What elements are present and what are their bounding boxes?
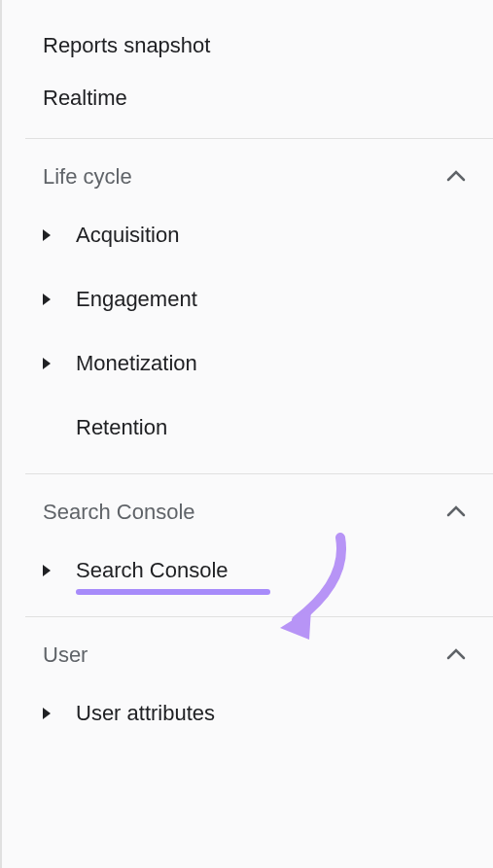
section-header-search-console[interactable]: Search Console <box>2 474 493 538</box>
sidebar-item-monetization[interactable]: Monetization <box>2 331 493 396</box>
triangle-right-icon <box>43 229 51 241</box>
triangle-right-icon <box>43 294 51 305</box>
sidebar-item-user-attributes[interactable]: User attributes <box>2 681 493 746</box>
chevron-up-icon <box>446 646 466 664</box>
sidebar-item-engagement[interactable]: Engagement <box>2 267 493 331</box>
triangle-right-icon <box>43 358 51 369</box>
section-title-search-console: Search Console <box>43 500 195 525</box>
search-console-child-label: Search Console <box>76 558 229 583</box>
reports-snapshot-label: Reports snapshot <box>43 33 210 57</box>
chevron-up-icon <box>446 503 466 521</box>
triangle-right-icon <box>43 708 51 719</box>
sidebar-item-reports-snapshot[interactable]: Reports snapshot <box>2 19 493 72</box>
sidebar-item-retention[interactable]: Retention <box>2 396 493 460</box>
triangle-right-icon <box>43 565 51 576</box>
sidebar-item-acquisition[interactable]: Acquisition <box>2 203 493 267</box>
realtime-label: Realtime <box>43 86 127 110</box>
retention-label: Retention <box>76 415 167 440</box>
user-attributes-label: User attributes <box>76 701 215 726</box>
sidebar-item-realtime[interactable]: Realtime <box>2 72 493 124</box>
section-title-user: User <box>43 642 88 668</box>
section-header-user[interactable]: User <box>2 617 493 681</box>
monetization-label: Monetization <box>76 351 197 376</box>
highlight-underline <box>76 589 270 595</box>
acquisition-label: Acquisition <box>76 223 179 248</box>
analytics-sidebar: Reports snapshot Realtime Life cycle Acq… <box>2 0 493 868</box>
section-title-life-cycle: Life cycle <box>43 164 132 190</box>
engagement-label: Engagement <box>76 287 197 312</box>
section-header-life-cycle[interactable]: Life cycle <box>2 139 493 203</box>
chevron-up-icon <box>446 168 466 186</box>
sidebar-item-search-console-child[interactable]: Search Console <box>2 538 493 603</box>
